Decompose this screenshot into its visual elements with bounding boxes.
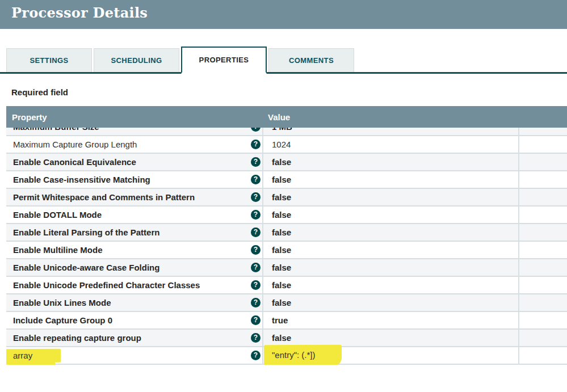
property-value: false [272, 333, 291, 343]
property-name: Enable Unix Lines Mode [13, 298, 111, 307]
value-cell: false [263, 189, 519, 205]
property-value: false [272, 298, 291, 307]
property-value: false [272, 227, 291, 237]
row-gutter [519, 189, 567, 205]
property-name: Enable Multiline Mode [13, 245, 103, 255]
property-cell: Enable Unicode-aware Case Folding ? [6, 259, 263, 276]
help-icon[interactable]: ? [251, 333, 261, 343]
help-icon[interactable]: ? [251, 315, 261, 325]
help-icon[interactable]: ? [251, 263, 261, 272]
value-cell: false [263, 206, 519, 223]
property-name: Enable Literal Parsing of the Pattern [13, 227, 159, 237]
column-header-property: Property [6, 112, 263, 122]
help-icon[interactable]: ? [251, 227, 261, 237]
property-name: array [6, 348, 61, 363]
row-gutter [519, 136, 567, 153]
tab-settings[interactable]: SETTINGS [6, 48, 92, 72]
property-value: false [272, 157, 291, 167]
tab-label: COMMENTS [289, 56, 334, 65]
value-cell: "entry": (.*]) [263, 347, 519, 364]
property-name: Maximum Buffer Size [13, 128, 99, 132]
table-row[interactable]: Maximum Capture Group Length ? 1024 [6, 136, 567, 154]
help-icon[interactable]: ? [251, 210, 261, 220]
row-gutter [519, 277, 567, 293]
column-header-value: Value [263, 112, 290, 122]
table-row[interactable]: Enable Unicode-aware Case Folding ? fals… [6, 259, 567, 277]
property-value: "entry": (.*]) [264, 345, 342, 365]
property-name: Enable Canonical Equivalence [13, 157, 136, 167]
row-gutter [519, 259, 567, 276]
property-name: Maximum Capture Group Length [13, 140, 137, 149]
property-name: Enable Unicode Predefined Character Clas… [13, 280, 200, 290]
property-cell: array ? [6, 347, 263, 364]
help-icon[interactable]: ? [251, 280, 261, 290]
value-cell: 1024 [263, 136, 519, 153]
table-row[interactable]: Enable Canonical Equivalence ? false [6, 154, 567, 171]
table-row[interactable]: Include Capture Group 0 ? true [6, 312, 567, 330]
row-gutter [519, 330, 567, 346]
help-icon[interactable]: ? [251, 298, 261, 307]
property-name: Permit Whitespace and Comments in Patter… [13, 192, 195, 202]
property-name: Enable DOTALL Mode [13, 210, 102, 220]
row-gutter [519, 128, 567, 135]
help-icon[interactable]: ? [251, 245, 261, 255]
tab-comments[interactable]: COMMENTS [268, 48, 354, 72]
table-row[interactable]: Enable Unicode Predefined Character Clas… [6, 277, 567, 294]
table-row[interactable]: Enable DOTALL Mode ? false [6, 206, 567, 224]
property-cell: Enable Unix Lines Mode ? [6, 294, 263, 311]
property-cell: Enable Literal Parsing of the Pattern ? [6, 224, 263, 241]
table-header: Property Value [6, 106, 567, 128]
row-gutter [519, 206, 567, 223]
help-icon[interactable]: ? [251, 128, 261, 132]
property-cell: Enable Canonical Equivalence ? [6, 154, 263, 170]
value-cell: false [263, 171, 519, 188]
property-cell: Enable Unicode Predefined Character Clas… [6, 277, 263, 293]
value-cell: false [263, 154, 519, 170]
value-cell: false [263, 259, 519, 276]
property-cell: Enable DOTALL Mode ? [6, 206, 263, 223]
property-name: Enable Unicode-aware Case Folding [13, 263, 159, 272]
property-cell: Include Capture Group 0 ? [6, 312, 263, 328]
property-cell: Enable repeating capture group ? [6, 330, 263, 346]
table-row[interactable]: Maximum Buffer Size ? 1 MB [6, 128, 567, 136]
help-icon[interactable]: ? [251, 351, 261, 360]
value-cell: false [263, 277, 519, 293]
row-gutter [519, 154, 567, 170]
row-gutter [519, 347, 567, 364]
property-cell: Enable Multiline Mode ? [6, 242, 263, 258]
tab-bar: SETTINGSSCHEDULINGPROPERTIESCOMMENTS [0, 47, 567, 74]
tab-properties[interactable]: PROPERTIES [181, 47, 267, 74]
property-value: false [272, 263, 291, 272]
tab-label: PROPERTIES [199, 56, 249, 64]
table-row[interactable]: array ? "entry": (.*]) [6, 347, 567, 365]
table-row[interactable]: Enable Unix Lines Mode ? false [6, 294, 567, 312]
table-row[interactable]: Enable Case-insensitive Matching ? false [6, 171, 567, 189]
help-icon[interactable]: ? [251, 192, 261, 202]
property-value: false [272, 210, 291, 220]
property-cell: Enable Case-insensitive Matching ? [6, 171, 263, 188]
dialog-header: Processor Details [0, 0, 567, 29]
row-gutter [519, 242, 567, 258]
help-icon[interactable]: ? [251, 140, 261, 149]
table-row[interactable]: Permit Whitespace and Comments in Patter… [6, 189, 567, 206]
properties-table: Property Value Maximum Buffer Size ? 1 M… [6, 106, 567, 365]
table-body: Maximum Buffer Size ? 1 MB Maximum Captu… [6, 128, 567, 365]
table-row[interactable]: Enable Multiline Mode ? false [6, 242, 567, 259]
property-name: Enable repeating capture group [13, 333, 141, 343]
dialog-title: Processor Details [11, 5, 148, 21]
property-value: true [272, 315, 288, 325]
property-name: Enable Case-insensitive Matching [13, 175, 150, 184]
property-name: Include Capture Group 0 [13, 315, 112, 325]
property-cell: Permit Whitespace and Comments in Patter… [6, 189, 263, 205]
property-cell: Maximum Buffer Size ? [6, 128, 263, 135]
row-gutter [519, 312, 567, 328]
property-cell: Maximum Capture Group Length ? [6, 136, 263, 153]
tab-scheduling[interactable]: SCHEDULING [94, 48, 179, 72]
tab-label: SETTINGS [30, 56, 68, 65]
value-cell: false [263, 330, 519, 346]
row-gutter [519, 224, 567, 241]
help-icon[interactable]: ? [251, 157, 261, 167]
help-icon[interactable]: ? [251, 175, 261, 184]
table-row[interactable]: Enable Literal Parsing of the Pattern ? … [6, 224, 567, 242]
value-cell: false [263, 242, 519, 258]
